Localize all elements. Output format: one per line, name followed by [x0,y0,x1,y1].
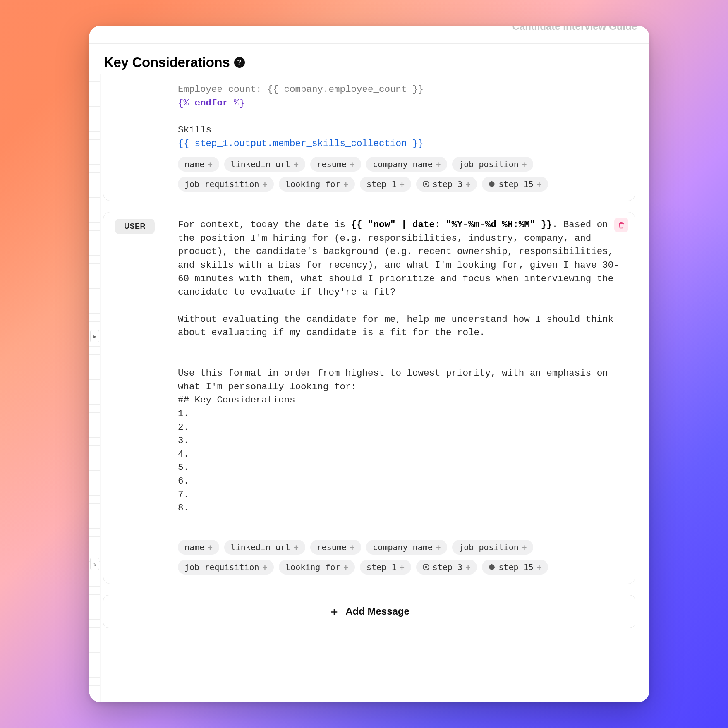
system-code-block[interactable]: Employee count: {{ company.employee_coun… [178,83,623,150]
topbar: Candidate Interview Guide [89,26,649,44]
chip-step-1[interactable]: step_1+ [360,560,411,575]
trash-icon [618,221,625,229]
chip-job-requisition[interactable]: job_requisition+ [178,177,274,192]
chip-step-15[interactable]: step_15+ [482,177,548,192]
chip-company-name[interactable]: company_name+ [366,157,447,172]
chip-looking-for[interactable]: looking_for+ [279,177,355,192]
chip-linkedin-url[interactable]: linkedin_url+ [224,157,305,172]
chip-job-requisition[interactable]: job_requisition+ [178,560,274,575]
page-title: Key Considerations [104,55,230,70]
chip-job-position[interactable]: job_position+ [452,540,533,555]
chip-step-1[interactable]: step_1+ [360,177,411,192]
target-icon [423,181,429,187]
chip-resume[interactable]: resume+ [310,157,362,172]
gutter-collapse-button[interactable]: ▸ [90,330,99,342]
divider [103,640,635,640]
chip-step-3[interactable]: step_3+ [416,560,477,575]
breadcrumb-title: Candidate Interview Guide [512,26,637,32]
help-icon[interactable]: ? [234,57,245,68]
ruler [89,74,101,702]
chip-linkedin-url[interactable]: linkedin_url+ [224,540,305,555]
openai-icon [489,181,495,187]
chip-resume[interactable]: resume+ [310,540,362,555]
chip-looking-for[interactable]: looking_for+ [279,560,355,575]
gutter-expand-button[interactable]: ↘ [90,558,99,570]
chip-company-name[interactable]: company_name+ [366,540,447,555]
plus-icon: ＋ [329,604,340,619]
content-area: ▸ ↘ Employee count: {{ company.employee_… [89,74,649,702]
chip-step-15[interactable]: step_15+ [482,560,548,575]
add-message-button[interactable]: ＋ Add Message [103,595,635,628]
target-icon [423,564,429,570]
delete-message-button[interactable] [614,218,628,232]
chip-job-position[interactable]: job_position+ [452,157,533,172]
user-message-text[interactable]: For context, today the date is {{ "now" … [178,218,623,515]
user-chips: name+ linkedin_url+ resume+ company_name… [178,540,623,575]
system-message-card: Employee count: {{ company.employee_coun… [103,77,635,201]
openai-icon [489,564,495,570]
role-badge-user[interactable]: USER [115,219,155,234]
system-chips: name+ linkedin_url+ resume+ company_name… [178,157,623,192]
chip-name[interactable]: name+ [178,540,219,555]
app-window: Candidate Interview Guide Key Considerat… [89,26,649,702]
page-header: Key Considerations ? [89,44,649,74]
chip-step-3[interactable]: step_3+ [416,177,477,192]
user-message-card: USER For context, today the date is {{ "… [103,212,635,584]
chip-name[interactable]: name+ [178,157,219,172]
